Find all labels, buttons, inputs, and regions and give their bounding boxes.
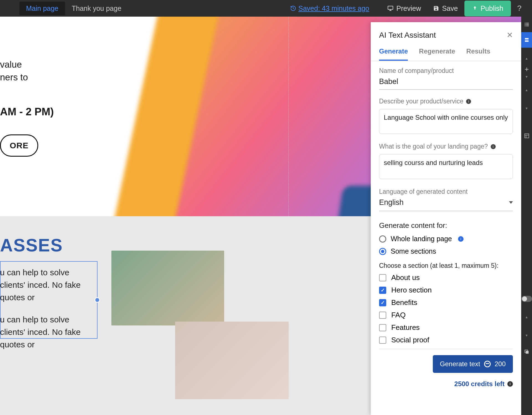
chevron-up-icon-3[interactable]: ▲ xyxy=(525,315,528,319)
radio-icon xyxy=(379,235,386,243)
tab-results[interactable]: Results xyxy=(466,47,490,61)
chevron-up-icon-2[interactable]: ▲ xyxy=(525,88,528,92)
checkbox-label: Features xyxy=(391,323,420,332)
svg-rect-3 xyxy=(525,24,525,25)
tab-thank-you-page[interactable]: Thank you page xyxy=(65,2,128,15)
credits-icon xyxy=(484,361,491,367)
svg-rect-7 xyxy=(525,38,528,39)
saved-status-link[interactable]: Saved: 43 minutes ago xyxy=(290,4,369,12)
panel-title: AI Text Assistant xyxy=(379,31,436,40)
tab-generate[interactable]: Generate xyxy=(379,47,408,61)
goal-label-text: What is the goal of your landing page? xyxy=(379,143,488,150)
checkbox-icon xyxy=(379,324,386,331)
checkbox-icon: ✓ xyxy=(379,287,386,294)
copy-icon[interactable] xyxy=(521,344,532,360)
chevron-down-icon xyxy=(509,201,513,204)
publish-button[interactable]: Publish xyxy=(464,1,511,16)
goal-textarea[interactable]: selling courss and nurturing leads xyxy=(379,154,513,179)
list-icon[interactable] xyxy=(521,17,532,32)
page-tabs: Main page Thank you page xyxy=(19,2,128,15)
panel-body: Name of company/product Describe your pr… xyxy=(371,61,521,415)
chevron-down-icon-2[interactable]: ▼ xyxy=(525,106,528,110)
top-bar: Main page Thank you page Saved: 43 minut… xyxy=(0,0,532,17)
checkbox-label: FAQ xyxy=(391,311,406,319)
generate-btn-label: Generate text xyxy=(440,360,480,368)
preview-button[interactable]: Preview xyxy=(382,2,427,15)
checkbox-benefits[interactable]: ✓ Benefits xyxy=(379,298,513,307)
svg-rect-2 xyxy=(526,23,529,24)
publish-label: Publish xyxy=(480,4,503,12)
goal-label: What is the goal of your landing page? i xyxy=(379,143,513,150)
describe-label-text: Describe your product/service xyxy=(379,98,463,105)
info-icon[interactable]: i xyxy=(507,381,513,387)
body-text-2[interactable]: u can help to solve clients' inced. No f… xyxy=(0,313,94,351)
radio-whole-label: Whole landing page xyxy=(391,235,452,243)
checkbox-social-proof[interactable]: Social proof xyxy=(379,336,513,344)
panel-tabs: Generate Regenerate Results xyxy=(371,42,521,61)
checkbox-label: Hero section xyxy=(391,286,432,294)
credits-left-text: 2500 credits left xyxy=(454,380,505,388)
generate-text-button[interactable]: Generate text 200 xyxy=(433,355,513,373)
radio-some-sections[interactable]: Some sections xyxy=(379,247,513,255)
checkbox-label: Social proof xyxy=(391,336,429,344)
credits-left: 2500 credits left i xyxy=(379,380,513,388)
language-value: English xyxy=(379,198,404,207)
add-element-icon[interactable] xyxy=(521,62,532,77)
hero-line-1: value xyxy=(0,58,54,71)
radio-icon xyxy=(379,248,386,255)
checkbox-icon xyxy=(379,337,386,344)
body-text-1[interactable]: u can help to solve clients' inced. No f… xyxy=(0,266,94,304)
hero-line-2: ners to xyxy=(0,71,54,84)
choose-section-label: Choose a section (at least 1, maximum 5)… xyxy=(379,262,513,269)
company-input[interactable] xyxy=(379,75,513,90)
tab-main-page[interactable]: Main page xyxy=(19,2,65,15)
section-tool-icon[interactable] xyxy=(521,32,532,48)
svg-rect-8 xyxy=(525,40,528,42)
company-label: Name of company/product xyxy=(379,67,513,75)
checkbox-label: Benefits xyxy=(391,298,417,307)
layout-icon[interactable] xyxy=(521,128,532,144)
checkbox-hero-section[interactable]: ✓ Hero section xyxy=(379,286,513,294)
preview-label: Preview xyxy=(397,4,421,12)
upload-icon xyxy=(472,6,478,11)
toggle-switch[interactable] xyxy=(521,296,532,302)
right-toolbar: ▲ ▼ ▲ ▼ ▲ ▼ xyxy=(521,17,532,415)
save-label: Save xyxy=(442,4,458,12)
info-icon[interactable]: i xyxy=(458,236,464,242)
resize-handle-right[interactable] xyxy=(94,297,100,303)
language-select[interactable]: English xyxy=(379,195,513,211)
checkbox-about-us[interactable]: About us xyxy=(379,273,513,282)
generate-cost: 200 xyxy=(495,360,506,368)
generate-for-label: Generate content for: xyxy=(379,221,513,230)
ai-text-assistant-panel: AI Text Assistant ✕ Generate Regenerate … xyxy=(371,22,521,415)
checkbox-icon: ✓ xyxy=(379,299,386,306)
radio-whole-page[interactable]: Whole landing page i xyxy=(379,235,513,243)
chevron-down-icon-3[interactable]: ▼ xyxy=(525,333,528,337)
checkbox-features[interactable]: Features xyxy=(379,323,513,332)
describe-label: Describe your product/service i xyxy=(379,98,513,105)
monitor-icon xyxy=(387,5,394,12)
svg-rect-5 xyxy=(525,26,525,26)
hero-cta-button[interactable]: ORE xyxy=(0,134,38,157)
history-icon xyxy=(290,5,296,11)
classes-image-1[interactable] xyxy=(111,251,224,325)
svg-rect-4 xyxy=(526,24,529,25)
radio-some-label: Some sections xyxy=(391,247,436,255)
info-icon[interactable]: i xyxy=(466,99,471,104)
checkbox-icon xyxy=(379,274,386,281)
classes-image-2[interactable] xyxy=(175,322,289,399)
info-icon[interactable]: i xyxy=(491,144,496,149)
checkbox-icon xyxy=(379,312,386,319)
divider xyxy=(379,349,513,349)
save-button[interactable]: Save xyxy=(428,2,463,15)
chevron-up-icon[interactable]: ▲ xyxy=(525,57,528,60)
help-button[interactable]: ? xyxy=(512,4,526,13)
svg-rect-0 xyxy=(388,6,393,9)
tab-regenerate[interactable]: Regenerate xyxy=(419,47,455,61)
hero-time-text: AM - 2 PM) xyxy=(0,106,54,118)
panel-header: AI Text Assistant ✕ xyxy=(371,22,521,42)
close-icon[interactable]: ✕ xyxy=(507,30,513,40)
svg-rect-9 xyxy=(525,134,529,138)
checkbox-faq[interactable]: FAQ xyxy=(379,311,513,319)
describe-textarea[interactable]: Language School with online courses only xyxy=(379,109,513,134)
